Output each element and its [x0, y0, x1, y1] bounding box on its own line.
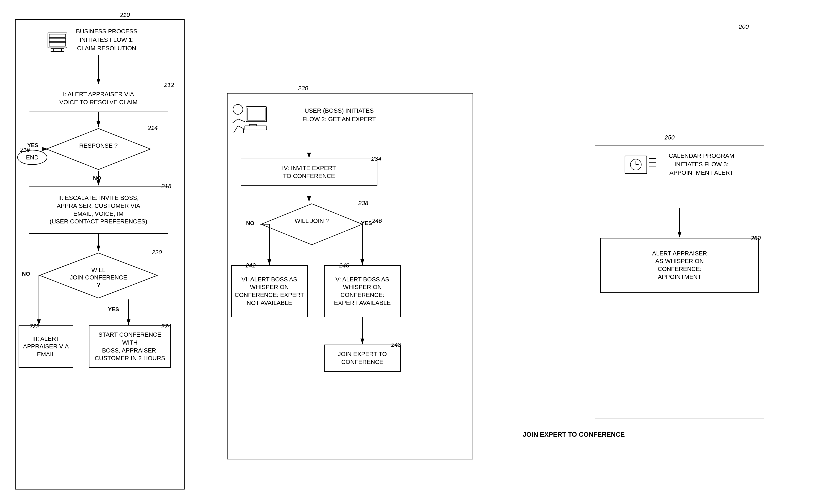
svg-text:RESPONSE ?: RESPONSE ? [79, 142, 118, 149]
svg-rect-0 [48, 33, 67, 48]
step-234: IV: INVITE EXPERTTO CONFERENCE [241, 159, 377, 186]
ref-222: 222 [29, 323, 40, 330]
svg-text:?: ? [97, 281, 100, 288]
diamond-238: WILL JOIN ? [260, 202, 364, 246]
diagram-container: 210 200 BUSINESS PROCESSINITIATES FLOW 1… [0, 0, 833, 504]
step-222: III: ALERTAPPRAISER VIAEMAIL [19, 326, 73, 368]
ref-214: 214 [148, 124, 158, 131]
svg-line-21 [233, 119, 238, 123]
ref-224: 224 [161, 323, 171, 330]
step-248: JOIN EXPERT TOCONFERENCE [324, 344, 401, 372]
person-computer-icon [230, 101, 271, 138]
svg-text:WILL JOIN ?: WILL JOIN ? [294, 217, 329, 224]
flow3-start-text: CALENDAR PROGRAMINITIATES FLOW 3:APPOINT… [655, 152, 748, 177]
join-expert-label: JOIN EXPERT TO CONFERENCE [505, 430, 642, 439]
step-212: I: ALERT APPRAISER VIAVOICE TO RESOLVE C… [29, 85, 168, 112]
no-label-220: NO [22, 271, 30, 277]
step-242: VI: ALERT BOSS ASWHISPER ONCONFERENCE: E… [231, 265, 308, 317]
flow2-start-text: USER (BOSS) INITIATESFLOW 2: GET AN EXPE… [273, 107, 405, 124]
svg-marker-26 [261, 204, 362, 245]
svg-rect-1 [49, 34, 66, 38]
svg-rect-18 [245, 126, 267, 130]
ref-250: 250 [665, 134, 675, 141]
ref-218: 218 [161, 183, 171, 190]
ref-234: 234 [372, 155, 381, 163]
ref-220: 220 [152, 249, 162, 256]
ref-212: 212 [164, 81, 174, 89]
diamond-214: RESPONSE ? [45, 127, 152, 171]
svg-rect-15 [247, 108, 265, 120]
step-260: ALERT APPRAISERAS WHISPER ONCONFERENCE:A… [600, 238, 759, 293]
step-246: V: ALERT BOSS ASWHISPER ONCONFERENCE:EXP… [324, 265, 401, 317]
svg-rect-3 [49, 42, 66, 46]
ref-242: 242 [245, 262, 256, 269]
ref-210: 210 [120, 11, 130, 19]
ref-248: 248 [391, 341, 401, 349]
ref-260: 260 [751, 235, 761, 242]
ref-246-inline: 246 [372, 217, 382, 224]
svg-text:JOIN CONFERENCE: JOIN CONFERENCE [70, 274, 127, 281]
yes-label-220: YES [108, 306, 119, 313]
ref-238: 238 [358, 200, 368, 207]
ref-246: 246 [339, 262, 349, 269]
svg-line-23 [234, 126, 238, 133]
step-218: II: ESCALATE: INVITE BOSS,APPRAISER, CUS… [29, 186, 168, 234]
ref-216: 216 [20, 146, 30, 153]
svg-text:WILL: WILL [91, 267, 105, 273]
no-label-238: NO [246, 220, 254, 226]
svg-marker-8 [47, 128, 150, 170]
flow1-start-text: BUSINESS PROCESSINITIATES FLOW 1:CLAIM R… [66, 27, 148, 52]
ref-200: 200 [739, 23, 749, 30]
no-label-214: NO [93, 175, 101, 181]
svg-line-22 [238, 119, 245, 122]
diamond-220: WILL JOIN CONFERENCE ? [38, 251, 159, 299]
yes-label-238: YES [361, 220, 372, 226]
svg-point-19 [233, 104, 243, 114]
calendar-icon [623, 153, 659, 179]
ref-230: 230 [298, 85, 308, 92]
step-224: START CONFERENCE WITHBOSS, APPRAISER,CUS… [89, 326, 171, 368]
svg-rect-14 [246, 107, 267, 122]
svg-rect-2 [49, 38, 66, 42]
svg-line-24 [238, 126, 243, 128]
